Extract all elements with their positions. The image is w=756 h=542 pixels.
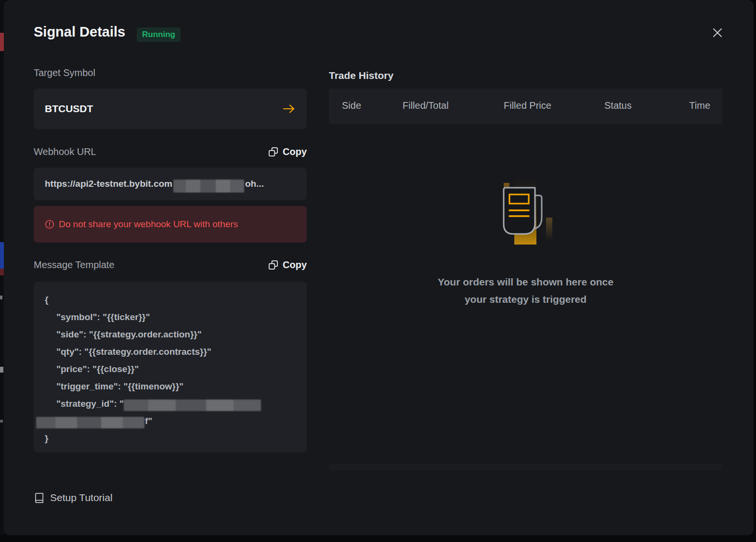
webhook-url-label: Webhook URL [34,146,96,157]
empty-orders-illustration [489,171,561,248]
setup-tutorial-link[interactable]: Setup Tutorial [34,492,113,503]
status-badge: Running [137,27,181,42]
book-icon [34,492,45,503]
code-line-strategy-id-wrap: f" [45,413,300,430]
target-symbol-value: BTCUSDT [45,103,282,115]
trade-history-header: Side Filled/Total Filled Price Status Ti… [329,89,722,124]
webhook-header-row: Webhook URL Copy [34,146,307,157]
trade-history-title: Trade History [329,70,393,81]
webhook-url-field[interactable]: https://api2-testnet.bybit.comoh... [34,168,307,200]
empty-state-line1: Your orders will be shown here once [329,273,722,291]
webhook-copy-label: Copy [283,146,307,157]
arrow-right-icon [282,103,296,114]
code-line: "symbol": "{{ticker}}" [45,309,300,326]
copy-icon [268,259,279,271]
code-line-strategy-id: "strategy_id": " [45,395,300,413]
background-fragment-text [0,367,3,373]
template-header-row: Message Template Copy [34,259,307,271]
alert-circle-icon [45,219,54,229]
copy-icon [268,146,279,157]
code-line: "side": "{{strategy.order.action}}" [45,326,300,343]
code-line: } [45,430,300,447]
code-line: "price": "{{close}}" [45,361,300,378]
background-fragment-text [0,296,2,299]
close-icon [710,26,725,40]
close-button[interactable] [708,23,727,42]
target-symbol-field[interactable]: BTCUSDT [34,89,307,129]
trade-history-footer-strip [329,464,722,470]
empty-state-line2: your strategy is triggered [329,291,722,308]
webhook-copy-button[interactable]: Copy [268,146,307,157]
setup-tutorial-label: Setup Tutorial [50,492,113,503]
target-symbol-label: Target Symbol [34,67,95,78]
template-copy-label: Copy [283,259,307,271]
code-line: "trigger_time": "{{timenow}}" [45,378,300,395]
code-line: { [45,291,300,309]
template-copy-button[interactable]: Copy [268,259,307,271]
redacted-strategy-id-segment [36,417,144,428]
column-time: Time [329,100,710,111]
signal-details-modal: Signal Details Running Target Symbol BTC… [4,0,754,535]
message-template-label: Message Template [34,259,115,271]
empty-state-text: Your orders will be shown here once your… [329,273,722,308]
redacted-url-segment [173,180,244,193]
webhook-url-value: https://api2-testnet.bybit.comoh... [45,179,264,189]
code-line: "qty": "{{strategy.order.contracts}}" [45,343,300,361]
webhook-warning-text: Do not share your webhook URL with other… [59,219,238,230]
modal-title: Signal Details [34,24,125,40]
background-fragment-text [0,420,3,423]
webhook-warning-banner: Do not share your webhook URL with other… [34,206,307,243]
message-template-code[interactable]: { "symbol": "{{ticker}}" "side": "{{stra… [34,282,307,452]
screen: Signal Details Running Target Symbol BTC… [0,0,756,542]
redacted-strategy-id-segment [124,400,261,411]
background-bottom-sliver [0,535,756,542]
